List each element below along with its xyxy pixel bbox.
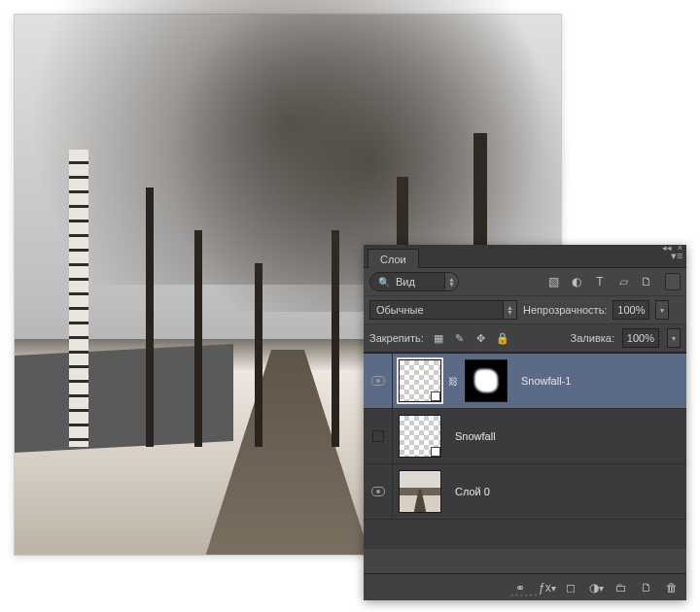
filter-toggle[interactable] (665, 273, 681, 290)
fill-label: Заливка: (571, 332, 614, 344)
layer-thumb[interactable] (399, 415, 441, 458)
layers-panel: ◂◂ × Слои ▾≡ 🔍 Вид ▲▼ ▧ ◐ T ▱ 🗋 Обычные … (364, 245, 686, 600)
opacity-label: Непрозрачность: (523, 304, 607, 316)
layer-name[interactable]: Слой 0 (447, 486, 490, 497)
layer-name[interactable]: Snowfall (447, 430, 496, 442)
layer-row[interactable]: Слой 0 (364, 464, 686, 520)
filter-smartobj-icon[interactable]: 🗋 (640, 275, 653, 289)
panel-collapse-icon[interactable]: ◂◂ (662, 243, 672, 253)
add-mask-icon[interactable]: ◻ (564, 581, 578, 595)
mask-link-icon[interactable]: ⛓ (447, 376, 459, 387)
search-mode-label: Вид (396, 276, 415, 288)
search-mode-stepper[interactable]: ▲▼ (444, 273, 458, 290)
fill-input[interactable]: 100% (622, 328, 659, 348)
filter-icons: ▧ ◐ T ▱ 🗋 (546, 275, 659, 289)
blend-row: Обычные ▲▼ Непрозрачность: 100% ▾ (364, 296, 686, 324)
filter-type-icon[interactable]: T (593, 275, 607, 289)
opacity-input[interactable]: 100% (612, 300, 649, 320)
lock-position-icon[interactable]: ✥ (474, 331, 488, 345)
layers-list: ⛓ Snowfall-1 Snowfall Слой 0 (364, 353, 686, 549)
layer-thumb[interactable] (399, 359, 441, 402)
visibility-off-icon (372, 430, 384, 442)
filter-shape-icon[interactable]: ▱ (616, 275, 630, 289)
fill-dropdown[interactable]: ▾ (667, 328, 681, 348)
lock-all-icon[interactable]: 🔒 (496, 331, 509, 345)
search-icon: 🔍 (378, 277, 390, 288)
resize-grip[interactable]: ▪▪▪▪▪▪ (510, 591, 539, 599)
blend-mode-value: Обычные (376, 304, 424, 316)
panel-footer: ⚭ ƒx▾ ◻ ◑▾ 🗀 🗋 🗑 ▪▪▪▪▪▪ (364, 573, 686, 600)
delete-layer-icon[interactable]: 🗑 (665, 581, 679, 595)
fx-icon[interactable]: ƒx▾ (539, 581, 552, 595)
mask-thumb[interactable] (465, 359, 508, 402)
lock-transparent-icon[interactable]: ▦ (432, 331, 445, 345)
lock-label: Закрепить: (369, 332, 424, 344)
adjustment-layer-icon[interactable]: ◑▾ (589, 581, 603, 595)
panel-close-icon[interactable]: × (678, 243, 682, 253)
layer-thumb[interactable] (399, 470, 441, 513)
layer-search[interactable]: 🔍 Вид ▲▼ (369, 272, 459, 291)
layer-row[interactable]: Snowfall (364, 409, 686, 464)
blend-mode-select[interactable]: Обычные ▲▼ (369, 300, 517, 320)
blend-mode-stepper[interactable]: ▲▼ (503, 301, 516, 319)
filter-adjust-icon[interactable]: ◐ (570, 275, 583, 289)
panel-tabbar: Слои ▾≡ (364, 245, 686, 268)
eye-icon (371, 487, 385, 496)
lock-row: Закрепить: ▦ ✎ ✥ 🔒 Заливка: 100% ▾ (364, 324, 686, 353)
new-layer-icon[interactable]: 🗋 (640, 581, 653, 595)
filter-row: 🔍 Вид ▲▼ ▧ ◐ T ▱ 🗋 (364, 268, 686, 296)
tab-layers[interactable]: Слои (368, 249, 419, 268)
visibility-toggle[interactable] (364, 354, 393, 408)
visibility-toggle[interactable] (364, 409, 393, 463)
lock-pixels-icon[interactable]: ✎ (453, 331, 467, 345)
layer-name[interactable]: Snowfall-1 (513, 375, 571, 387)
new-group-icon[interactable]: 🗀 (614, 581, 628, 595)
opacity-dropdown[interactable]: ▾ (655, 300, 669, 320)
eye-icon (371, 376, 385, 386)
visibility-toggle[interactable] (364, 464, 393, 519)
layer-row[interactable]: ⛓ Snowfall-1 (364, 354, 686, 409)
filter-image-icon[interactable]: ▧ (546, 275, 560, 289)
